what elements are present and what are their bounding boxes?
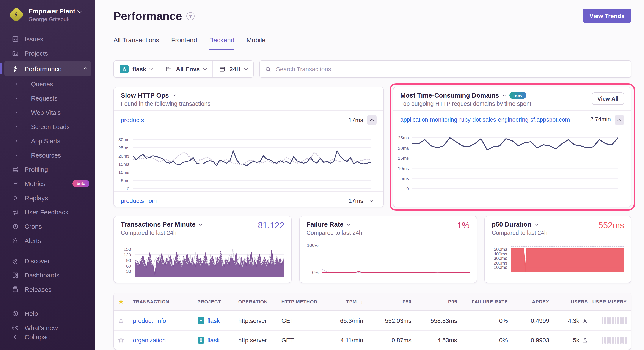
tpm-value: 81.122 (258, 220, 284, 230)
sidebar-item-replays[interactable]: Replays (0, 191, 95, 205)
sidebar-item-metrics[interactable]: Metrics beta (0, 177, 95, 191)
org-user: George Gritsouk (28, 16, 82, 22)
sort-desc-icon: ↓ (360, 299, 363, 304)
tpm-cell: 65.3/min (320, 317, 368, 324)
transaction-link[interactable]: products (121, 116, 144, 123)
view-all-button[interactable]: View All (592, 92, 624, 105)
p95-cell: 558.83ms (416, 317, 462, 324)
issues-icon (12, 35, 19, 43)
failure-rate-widget: Failure Rate 1% Compared to last 24h 100… (299, 216, 477, 283)
project-link[interactable]: flask (207, 317, 220, 324)
domain-row: application-monitoring-ruby-dot-sales-en… (394, 111, 631, 129)
time-range-filter[interactable]: 24H (212, 61, 253, 77)
search-input[interactable] (275, 65, 626, 73)
column-header-apdex[interactable]: APDEX (512, 299, 554, 304)
sidebar-item-discover[interactable]: Discover (0, 254, 95, 268)
project-link[interactable]: flask (207, 337, 220, 343)
sidebar-collapse-button[interactable]: Collapse (0, 330, 95, 344)
tab-frontend[interactable]: Frontend (171, 36, 197, 50)
chevron-down-icon (347, 222, 350, 225)
column-header-failure-rate[interactable]: FAILURE RATE (461, 299, 512, 304)
transaction-row-products: products 17ms (114, 111, 384, 129)
sidebar-item-label: Discover (24, 257, 50, 264)
column-header-operation[interactable]: OPERATION (234, 299, 277, 304)
column-header-transaction[interactable]: TRANSACTION (128, 299, 193, 304)
duration-value: 17ms (348, 116, 363, 123)
sidebar-item-crons[interactable]: Crons (0, 219, 95, 233)
clock-icon (12, 223, 19, 230)
sidebar-item-web-vitals[interactable]: Web Vitals (0, 105, 95, 120)
domain-link[interactable]: application-monitoring-ruby-dot-sales-en… (400, 117, 570, 123)
column-header-p50[interactable]: P50 (368, 299, 416, 304)
sidebar-item-label: User Feedback (24, 208, 68, 216)
sidebar-item-issues[interactable]: Issues (0, 32, 95, 46)
column-header-users[interactable]: USERS (554, 299, 592, 304)
star-icon[interactable] (118, 298, 124, 305)
sidebar-item-releases[interactable]: Releases (0, 282, 95, 296)
operation-cell: http.server (234, 317, 277, 324)
failure-rate-value: 1% (457, 220, 470, 230)
collapse-row-button[interactable] (615, 115, 624, 125)
project-filter[interactable]: flask (114, 61, 159, 77)
transaction-link[interactable]: organization (133, 337, 166, 343)
sidebar-item-alerts[interactable]: Alerts (0, 233, 95, 248)
chevron-down-icon (535, 222, 538, 225)
sidebar-item-dashboards[interactable]: Dashboards (0, 268, 95, 282)
collapse-row-button[interactable] (367, 115, 376, 125)
performance-dashboard: Empower Plant George Gritsouk Issues Pro… (0, 0, 644, 350)
sidebar-item-label: Queries (31, 81, 53, 87)
chevron-down-icon (150, 67, 153, 70)
widget-title-dropdown[interactable]: Failure Rate (306, 220, 470, 228)
bullet-icon (16, 126, 17, 127)
sidebar-item-app-starts[interactable]: App Starts (0, 134, 95, 148)
search-icon (265, 66, 271, 72)
bullet-icon (16, 112, 17, 113)
widget-title-dropdown[interactable]: Slow HTTP Ops (121, 92, 376, 99)
sidebar-item-projects[interactable]: Projects (0, 46, 95, 61)
view-trends-button[interactable]: View Trends (582, 9, 632, 23)
p50-duration-widget: p50 Duration 552ms Compared to last 24h … (484, 216, 632, 283)
sidebar-item-performance[interactable]: Performance (4, 61, 91, 76)
sidebar-item-label: Projects (24, 50, 48, 57)
sidebar-item-label: Collapse (24, 333, 50, 340)
page-title: Performance (114, 10, 182, 23)
slow-http-ops-widget: Slow HTTP Ops Found in the following tra… (114, 87, 384, 207)
sidebar-item-screen-loads[interactable]: Screen Loads (0, 120, 95, 134)
sidebar-item-requests[interactable]: Requests (0, 91, 95, 105)
y-axis: 150120906030 (121, 238, 134, 279)
sidebar-item-queries[interactable]: Queries (0, 77, 95, 91)
column-header-user-misery[interactable]: USER MISERY (592, 299, 631, 304)
time-spent-value: 2.74min (590, 116, 611, 123)
column-header-project[interactable]: PROJECT (193, 299, 234, 304)
sidebar-item-help[interactable]: Help (0, 306, 95, 321)
transaction-link[interactable]: product_info (133, 317, 166, 324)
chevron-down-icon (78, 8, 82, 13)
sidebar-item-label: Performance (24, 65, 62, 72)
transaction-row-products-join: products_join 17ms (114, 191, 384, 207)
star-outline-icon[interactable] (118, 317, 124, 324)
environment-filter[interactable]: All Envs (159, 61, 212, 77)
column-header-p95[interactable]: P95 (416, 299, 462, 304)
http-method-cell: GET (277, 337, 320, 343)
column-header-tpm[interactable]: TPM↓ (320, 299, 368, 304)
sidebar-item-resources[interactable]: Resources (0, 148, 95, 162)
failure-rate-cell: 0% (461, 317, 512, 324)
sidebar-item-label: Resources (31, 152, 61, 159)
org-switcher[interactable]: Empower Plant George Gritsouk (0, 0, 95, 25)
transaction-link[interactable]: products_join (121, 197, 157, 204)
help-icon[interactable]: ? (186, 12, 194, 20)
lightning-icon (12, 65, 19, 72)
time-range-filter-label: 24H (230, 66, 240, 73)
tab-backend[interactable]: Backend (209, 36, 234, 51)
chevron-down-icon (502, 93, 506, 97)
sidebar-item-user-feedback[interactable]: User Feedback (0, 205, 95, 219)
widget-title-dropdown[interactable]: Most Time-Consuming Domains new (400, 92, 624, 99)
user-icon (582, 318, 588, 323)
star-outline-icon[interactable] (118, 337, 124, 343)
telescope-icon (12, 257, 19, 264)
sidebar-item-profiling[interactable]: Profiling (0, 162, 95, 177)
tab-all-transactions[interactable]: All Transactions (114, 36, 159, 50)
column-header-http-method[interactable]: HTTP METHOD (277, 299, 320, 304)
tab-mobile[interactable]: Mobile (246, 36, 266, 50)
expand-row-button[interactable] (367, 196, 376, 205)
